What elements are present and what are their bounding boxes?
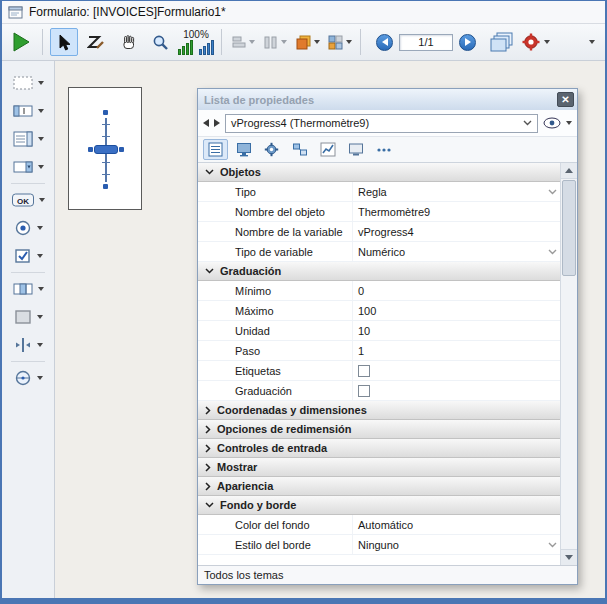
tool-radio-button[interactable] bbox=[13, 219, 43, 237]
tool-splitter[interactable] bbox=[13, 336, 43, 354]
form-page-area[interactable] bbox=[68, 87, 142, 210]
section-header-entrada[interactable]: Controles de entrada bbox=[198, 439, 560, 458]
section-header-coordenadas[interactable]: Coordenadas y dimensiones bbox=[198, 401, 560, 420]
pages-list-button[interactable] bbox=[488, 28, 516, 56]
selection-handle-bottom[interactable] bbox=[103, 184, 108, 189]
tool-group-box[interactable] bbox=[13, 308, 43, 326]
unidad-field[interactable]: 10 bbox=[352, 321, 560, 340]
chevron-right-icon bbox=[205, 425, 211, 434]
scroll-down-button[interactable] bbox=[561, 549, 577, 565]
zoom-controls: 100% bbox=[178, 25, 214, 59]
thermometer-slider-object[interactable] bbox=[94, 145, 118, 154]
tool-tab-control[interactable] bbox=[13, 369, 43, 387]
tool-checkbox[interactable] bbox=[13, 247, 43, 265]
minimo-field[interactable]: 0 bbox=[352, 281, 560, 300]
form-canvas[interactable]: Lista de propiedades ✕ vProgress4 (Therm… bbox=[55, 61, 605, 598]
entry-order-tool-button[interactable] bbox=[82, 28, 110, 56]
chevron-down-icon[interactable] bbox=[566, 121, 572, 125]
run-form-button[interactable] bbox=[7, 28, 35, 56]
chevron-down-icon bbox=[589, 40, 595, 44]
property-panel-footer: Todos los temas bbox=[198, 565, 577, 584]
nombre-variable-field[interactable]: vProgress4 bbox=[352, 222, 560, 241]
color-fondo-field[interactable]: Automático bbox=[352, 515, 560, 534]
distribute-objects-button[interactable] bbox=[261, 28, 289, 56]
tab-settings[interactable] bbox=[259, 139, 284, 160]
tool-text[interactable] bbox=[12, 74, 44, 92]
form-settings-button[interactable] bbox=[520, 28, 551, 56]
paso-field[interactable]: 1 bbox=[352, 341, 560, 360]
maximo-field[interactable]: 100 bbox=[352, 301, 560, 320]
section-header-redimension[interactable]: Opciones de redimensión bbox=[198, 420, 560, 439]
nombre-objeto-field[interactable]: Thermomètre9 bbox=[352, 202, 560, 221]
themes-filter-label[interactable]: Todos los temas bbox=[204, 569, 283, 581]
scrollbar-thumb[interactable] bbox=[562, 180, 576, 276]
main-toolbar: 100% bbox=[2, 24, 605, 61]
ok-button-icon: OK bbox=[11, 191, 35, 209]
pan-tool-button[interactable] bbox=[114, 28, 142, 56]
zoom-in-presets[interactable] bbox=[199, 40, 214, 55]
gear-icon bbox=[521, 32, 541, 52]
section-label: Apariencia bbox=[217, 480, 273, 492]
eye-icon[interactable] bbox=[543, 117, 561, 129]
previous-object-button[interactable] bbox=[203, 119, 209, 127]
display-options-button[interactable] bbox=[325, 28, 353, 56]
property-grid-scrollbar[interactable] bbox=[560, 163, 577, 565]
toolbar-separator bbox=[360, 29, 361, 55]
previous-page-button[interactable] bbox=[376, 34, 393, 51]
graduacion-checkbox[interactable] bbox=[358, 385, 370, 397]
tab-property-list[interactable] bbox=[203, 139, 228, 160]
sidebar-separator bbox=[11, 361, 45, 362]
section-label: Graduación bbox=[220, 265, 281, 277]
property-value: Regla bbox=[358, 186, 387, 198]
next-object-button[interactable] bbox=[214, 119, 220, 127]
selection-handle-top[interactable] bbox=[103, 110, 108, 115]
close-icon[interactable]: ✕ bbox=[557, 92, 574, 107]
tool-button[interactable]: OK bbox=[11, 191, 45, 209]
zoom-out-presets[interactable] bbox=[178, 40, 193, 55]
tool-combobox[interactable] bbox=[12, 158, 44, 176]
app-window: Formulario: [INVOICES]Formulario1* bbox=[0, 0, 607, 604]
zoom-level-label: 100% bbox=[183, 29, 209, 40]
object-selector-row: vProgress4 (Thermomètre9) bbox=[198, 110, 577, 137]
tab-events[interactable] bbox=[287, 139, 312, 160]
object-selector-combobox[interactable]: vProgress4 (Thermomètre9) bbox=[225, 114, 538, 133]
level-objects-button[interactable] bbox=[293, 28, 321, 56]
selection-handle-left[interactable] bbox=[88, 147, 93, 152]
property-label: Estilo del borde bbox=[198, 535, 352, 554]
property-row-tipo: Tipo Regla bbox=[198, 182, 560, 202]
tab-more[interactable] bbox=[371, 139, 396, 160]
page-indicator-field[interactable]: 1/1 bbox=[399, 34, 453, 51]
zoom-tool-button[interactable] bbox=[146, 28, 174, 56]
estilo-borde-dropdown[interactable]: Ninguno bbox=[352, 535, 560, 554]
property-panel-titlebar[interactable]: Lista de propiedades ✕ bbox=[198, 89, 577, 110]
scroll-up-button[interactable] bbox=[561, 163, 577, 179]
tab-chart[interactable] bbox=[315, 139, 340, 160]
align-objects-button[interactable] bbox=[229, 28, 257, 56]
chevron-right-icon bbox=[205, 444, 211, 453]
section-header-mostrar[interactable]: Mostrar bbox=[198, 458, 560, 477]
section-header-fondo[interactable]: Fondo y borde bbox=[198, 496, 560, 515]
next-page-button[interactable] bbox=[459, 34, 476, 51]
tipo-dropdown[interactable]: Regla bbox=[352, 182, 560, 201]
section-header-apariencia[interactable]: Apariencia bbox=[198, 477, 560, 496]
property-row-unidad: Unidad 10 bbox=[198, 321, 560, 341]
tool-listbox[interactable] bbox=[12, 130, 44, 148]
select-tool-button[interactable] bbox=[50, 28, 78, 56]
section-header-graduacion[interactable]: Graduación bbox=[198, 262, 560, 281]
arrow-cursor-icon bbox=[56, 34, 73, 51]
property-category-tabs bbox=[198, 137, 577, 163]
tool-button-grid[interactable] bbox=[12, 280, 44, 298]
tab-screen[interactable] bbox=[231, 139, 256, 160]
tab-display[interactable] bbox=[343, 139, 368, 160]
toolbar-overflow-button[interactable] bbox=[584, 28, 600, 56]
property-value: 1 bbox=[358, 345, 364, 357]
selection-handle-right[interactable] bbox=[119, 147, 124, 152]
etiquetas-checkbox[interactable] bbox=[358, 365, 370, 377]
chevron-down-icon bbox=[205, 268, 214, 274]
section-header-objetos[interactable]: Objetos bbox=[198, 163, 560, 182]
tool-input-field[interactable] bbox=[12, 102, 44, 120]
tipo-variable-dropdown[interactable]: Numérico bbox=[352, 242, 560, 261]
property-row-nombre-objeto: Nombre del objeto Thermomètre9 bbox=[198, 202, 560, 222]
tab-control-icon bbox=[13, 369, 33, 387]
toolbar-separator bbox=[42, 29, 43, 55]
